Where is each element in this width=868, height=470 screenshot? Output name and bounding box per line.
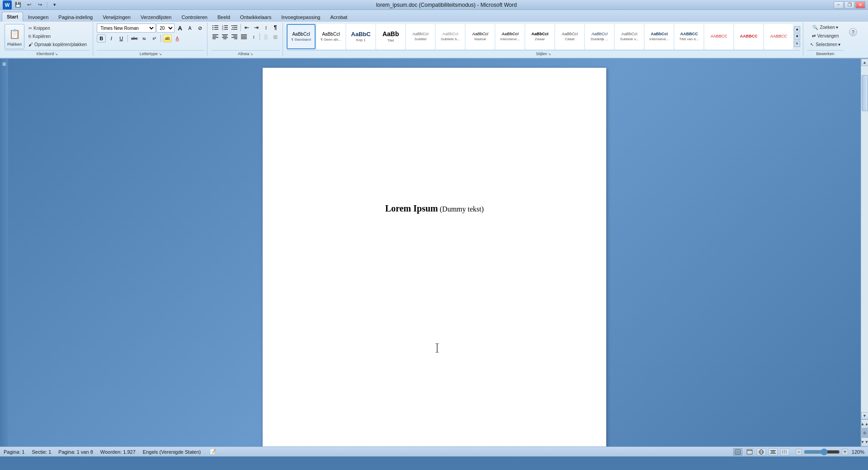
styles-scroll-up-btn[interactable]: ▲: [794, 26, 800, 33]
zoom-plus-btn[interactable]: +: [842, 449, 848, 455]
vervangen-btn[interactable]: ⇄ Vervangen: [809, 32, 842, 40]
align-left-btn[interactable]: [211, 33, 220, 41]
underline-btn[interactable]: U: [117, 34, 126, 42]
status-words[interactable]: Woorden: 1.927: [100, 449, 136, 455]
style-intensieve[interactable]: AaBbCcI Intensieve...: [495, 24, 524, 49]
style-titel[interactable]: AaBb Titel: [376, 24, 405, 49]
show-para-btn[interactable]: ¶: [271, 24, 280, 32]
doc-area[interactable]: Lorem Ipsum (Dummy tekst): [8, 59, 861, 446]
multilevel-btn[interactable]: [230, 24, 239, 32]
tab-invoegtoep[interactable]: Invoegtoepassing: [276, 12, 325, 22]
borders-btn[interactable]: ▦: [271, 33, 280, 41]
strikethrough-btn[interactable]: abc: [130, 34, 139, 42]
scroll-select-btn[interactable]: ⊕: [861, 428, 868, 437]
tab-invoegen[interactable]: Invoegen: [23, 12, 53, 22]
style-zwaar[interactable]: AaBbCcI Zwaar: [525, 24, 554, 49]
bold-btn[interactable]: B: [97, 34, 106, 42]
page[interactable]: Lorem Ipsum (Dummy tekst): [263, 68, 606, 446]
qa-save-btn[interactable]: 💾: [14, 1, 23, 9]
superscript-btn[interactable]: x²: [150, 34, 159, 42]
minimize-btn[interactable]: −: [834, 1, 844, 9]
view-web-btn[interactable]: [757, 448, 766, 456]
align-center-btn[interactable]: [221, 33, 230, 41]
style-subtiele-v[interactable]: AaBbCcI Subtiele v...: [615, 24, 644, 49]
status-section[interactable]: Sectie: 1: [32, 449, 51, 455]
clipboard-expand-icon[interactable]: ↘: [55, 52, 58, 56]
style-titel-v[interactable]: AABBCC Titel van b...: [675, 24, 703, 49]
close-btn[interactable]: ✕: [855, 1, 865, 9]
font-size-select[interactable]: 20: [156, 24, 175, 33]
style-duidelijk[interactable]: AaBbCcI Duidelijk ...: [585, 24, 614, 49]
style-intensieve2[interactable]: AaBbCcI Intensieve...: [645, 24, 674, 49]
view-fullscreen-btn[interactable]: [745, 448, 754, 456]
style-nadruk[interactable]: AaBbCcI Nadruk: [466, 24, 495, 49]
style-red3[interactable]: AABBCC: [764, 24, 793, 49]
selecteren-btn[interactable]: ↖ Selecteren ▾: [807, 41, 844, 48]
scroll-down-btn[interactable]: ▼: [861, 412, 868, 419]
scroll-next-page-btn[interactable]: ▼▼: [861, 437, 868, 446]
tab-ontwikkelaars[interactable]: Ontwikkelaars: [235, 12, 276, 22]
zoom-slider[interactable]: [804, 449, 840, 455]
tab-controleren[interactable]: Controleren: [176, 12, 212, 22]
style-red1[interactable]: AABBCC: [704, 24, 733, 49]
styles-scroll-down-btn[interactable]: ▼: [794, 33, 800, 40]
font-color-btn[interactable]: A: [173, 34, 182, 42]
scroll-prev-page-btn[interactable]: ▲▲: [861, 419, 868, 428]
styles-scroll-expand-btn[interactable]: ≡: [794, 41, 800, 47]
increase-indent-btn[interactable]: ⇥: [252, 24, 261, 32]
scroll-up-btn[interactable]: ▲: [861, 59, 868, 66]
style-subtitel[interactable]: AaBbCcI Subtitel: [406, 24, 435, 49]
paste-btn[interactable]: 📋 Plakken: [5, 24, 24, 49]
style-red2[interactable]: AABBCC: [734, 24, 763, 49]
status-page-of[interactable]: Pagina: 1 van 8: [58, 449, 93, 455]
qa-dropdown-btn[interactable]: ▾: [50, 1, 59, 9]
help-btn[interactable]: ?: [849, 28, 857, 36]
highlight-btn[interactable]: ab: [163, 34, 172, 42]
kopieren-btn[interactable]: ⎘ Kopiëren: [25, 33, 90, 40]
view-print-layout-btn[interactable]: [733, 448, 742, 456]
styles-expand-icon[interactable]: ↘: [548, 52, 551, 56]
font-expand-icon[interactable]: ↘: [159, 52, 162, 56]
font-name-select[interactable]: Times New Roman: [97, 24, 156, 33]
zoeken-btn[interactable]: 🔍 Zoeken ▾: [809, 24, 841, 31]
shading-btn[interactable]: ▒: [261, 33, 270, 41]
style-subtiele-b[interactable]: AaBbCcI Subtiele b...: [436, 24, 465, 49]
italic-btn[interactable]: I: [107, 34, 116, 42]
style-kop1[interactable]: AaBbC Kop 1: [346, 24, 375, 49]
scroll-track[interactable]: [861, 66, 868, 412]
view-draft-btn[interactable]: [780, 448, 789, 456]
zoom-level[interactable]: 120%: [850, 449, 864, 455]
qa-redo-btn[interactable]: ↪: [35, 1, 44, 9]
align-right-btn[interactable]: [230, 33, 239, 41]
font-clear-btn[interactable]: ⊘: [195, 24, 204, 32]
tab-pagina-indeling[interactable]: Pagina-indeling: [53, 12, 98, 22]
style-citaat[interactable]: AaBbCcI Citaat: [555, 24, 584, 49]
font-grow-btn[interactable]: A: [175, 24, 184, 32]
knippen-btn[interactable]: ✂ Knippen: [25, 24, 90, 32]
numbering-btn[interactable]: 1.2.3.: [221, 24, 230, 32]
svg-rect-28: [231, 37, 237, 38]
sort-btn[interactable]: ↕: [261, 24, 270, 32]
restore-btn[interactable]: ❐: [844, 1, 854, 9]
para-expand-icon[interactable]: ↘: [250, 52, 253, 56]
font-shrink-btn[interactable]: A: [185, 24, 194, 32]
qa-undo-btn[interactable]: ↩: [24, 1, 33, 9]
line-spacing-btn[interactable]: ↕: [249, 33, 258, 41]
scroll-thumb[interactable]: [862, 75, 868, 111]
tab-acrobat[interactable]: Acrobat: [325, 12, 352, 22]
subscript-btn[interactable]: x₂: [140, 34, 149, 42]
status-language[interactable]: Engels (Verenigde Staten): [143, 449, 201, 455]
status-page[interactable]: Pagina: 1: [4, 449, 24, 455]
tab-beeld[interactable]: Beeld: [212, 12, 235, 22]
tab-verwijzingen[interactable]: Verwijzingen: [98, 12, 136, 22]
zoom-minus-btn[interactable]: −: [796, 449, 802, 455]
view-outline-btn[interactable]: [769, 448, 778, 456]
style-standaard[interactable]: AaBbCcI ¶ Standaard: [287, 24, 316, 49]
bullets-btn[interactable]: [211, 24, 220, 32]
style-geen-afs[interactable]: AaBbCcI ¶ Geen afs...: [316, 24, 345, 49]
tab-verzendlijsten[interactable]: Verzendlijsten: [136, 12, 177, 22]
justify-btn[interactable]: [240, 33, 249, 41]
decrease-indent-btn[interactable]: ⇤: [242, 24, 251, 32]
tab-start[interactable]: Start: [2, 12, 23, 22]
opmaak-kopieren-btn[interactable]: 🖌 Opmaak kopiëren/plakken: [25, 41, 90, 48]
